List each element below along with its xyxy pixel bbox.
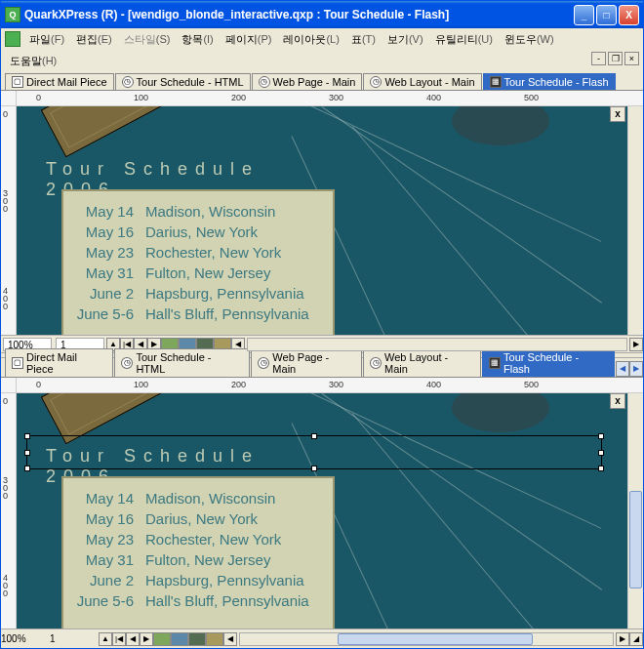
doc-minimize-button[interactable]: - xyxy=(591,52,606,65)
tab-label: Tour Schedule - Flash xyxy=(504,76,609,88)
menu-item[interactable]: 항목(I) xyxy=(177,30,218,49)
schedule-row: May 23Rochester, New York xyxy=(71,244,325,261)
schedule-city: Hapsburg, Pennsylvania xyxy=(145,285,325,302)
ruler-tick: 300 xyxy=(3,476,8,500)
menu-item[interactable]: 표(T) xyxy=(346,30,381,49)
hscroll-right-button[interactable]: ▶ xyxy=(616,632,629,646)
schedule-city: Rochester, New York xyxy=(145,531,325,548)
resize-handle-ne[interactable] xyxy=(598,433,604,439)
menu-item[interactable]: 유틸리티(U) xyxy=(430,30,498,49)
schedule-city: Hall's Bluff, Pennsylvania xyxy=(145,305,325,322)
schedule-row: June 5-6Hall's Bluff, Pennsylvania xyxy=(71,305,325,322)
ruler-tick: 200 xyxy=(231,380,246,389)
schedule-row: May 14Madison, Wisconsin xyxy=(71,203,325,220)
ruler-corner xyxy=(1,378,17,392)
schedule-date: May 16 xyxy=(71,510,145,527)
nav-first-button[interactable]: |◀ xyxy=(112,632,126,646)
schedule-city: Fulton, New Jersey xyxy=(145,264,325,281)
horizontal-ruler: 0100200300400500 xyxy=(17,91,643,105)
menu-item[interactable]: 레이아웃(L) xyxy=(278,30,343,49)
horizontal-scrollbar[interactable] xyxy=(239,632,614,646)
zoom-field[interactable]: 100% xyxy=(1,633,50,644)
page-field[interactable]: 1 xyxy=(50,633,99,644)
ruler-tick: 0 xyxy=(3,110,8,118)
schedule-date: May 14 xyxy=(71,490,145,507)
app-menu-icon[interactable] xyxy=(5,31,20,47)
schedule-city: Hapsburg, Pennsylvania xyxy=(145,572,325,588)
schedule-date: June 2 xyxy=(71,285,145,302)
export-preview-icon[interactable] xyxy=(188,632,206,646)
close-button[interactable]: X xyxy=(619,5,639,25)
canvas-top[interactable]: Tour Schedule 2006 May 14Madison, Wiscon… xyxy=(17,106,627,335)
pane-close-button[interactable]: x xyxy=(610,106,625,122)
guide-line xyxy=(352,126,573,335)
menu-bar: 파일(F)편집(E)스타일(S)항목(I)페이지(P)레이아웃(L)표(T)보기… xyxy=(1,28,643,50)
schedule-row: June 2Hapsburg, Pennsylvania xyxy=(71,285,325,302)
hscroll-left-button[interactable]: ◀ xyxy=(223,632,237,646)
vertical-scrollbar[interactable] xyxy=(627,106,643,335)
resize-handle-n[interactable] xyxy=(311,433,317,439)
layout-tab[interactable]: ◷Web Layout - Main xyxy=(363,73,481,90)
app-icon: Q xyxy=(5,7,20,22)
menu-help[interactable]: 도움말(H) xyxy=(5,52,61,70)
minimize-button[interactable]: _ xyxy=(574,5,594,25)
maximize-button[interactable]: □ xyxy=(596,5,617,25)
doc-close-button[interactable]: × xyxy=(624,52,639,65)
ruler-tick: 0 xyxy=(36,93,41,102)
page-icon: ▢ xyxy=(12,357,23,369)
schedule-row: May 23Rochester, New York xyxy=(71,531,325,548)
layout-tab[interactable]: ▢Direct Mail Piece xyxy=(5,348,113,377)
schedule-city: Rochester, New York xyxy=(145,244,325,261)
menu-item[interactable]: 스타일(S) xyxy=(119,30,176,49)
resize-grip[interactable]: ◢ xyxy=(629,632,643,646)
scrollbar-thumb[interactable] xyxy=(629,491,642,588)
schedule-city: Fulton, New Jersey xyxy=(145,551,325,568)
ruler-corner xyxy=(1,91,17,105)
menu-item[interactable]: 보기(V) xyxy=(382,30,428,49)
canvas-bottom[interactable]: Tour Schedule 2006 May 14Madison, Wiscon… xyxy=(17,393,627,629)
nav-prev-button[interactable]: ◀ xyxy=(126,632,140,646)
page-up-button[interactable]: ▲ xyxy=(99,632,112,646)
hscroll-right-button[interactable]: ▶ xyxy=(629,338,643,351)
layout-tab[interactable]: ▦Tour Schedule - Flash xyxy=(482,348,615,377)
layout-tab[interactable]: ◷Web Layout - Main xyxy=(363,348,481,377)
schedule-box: May 14Madison, WisconsinMay 16Darius, Ne… xyxy=(61,189,335,335)
layout-tab[interactable]: ◷Tour Schedule - HTML xyxy=(115,73,251,90)
clock-icon: ◷ xyxy=(370,76,382,88)
menu-item[interactable]: 윈도우(W) xyxy=(500,30,559,49)
horizontal-scrollbar[interactable] xyxy=(247,338,627,351)
resize-handle-w[interactable] xyxy=(24,450,30,456)
tab-scroll-right-button[interactable]: ▶ xyxy=(629,361,643,377)
schedule-row: May 31Fulton, New Jersey xyxy=(71,264,325,281)
layout-tab[interactable]: ▢Direct Mail Piece xyxy=(5,73,114,90)
selection-box[interactable] xyxy=(26,435,602,469)
resize-handle-e[interactable] xyxy=(598,450,604,456)
resize-handle-nw[interactable] xyxy=(24,433,30,439)
doc-restore-button[interactable]: ❐ xyxy=(608,52,623,65)
vertical-scrollbar[interactable] xyxy=(627,393,643,629)
menu-item[interactable]: 페이지(P) xyxy=(221,30,277,49)
graphic-knob xyxy=(452,106,549,145)
export-swf-icon[interactable] xyxy=(153,632,171,646)
nav-next-button[interactable]: ▶ xyxy=(140,632,153,646)
layout-tab[interactable]: ◷Web Page - Main xyxy=(251,348,362,377)
tab-label: Tour Schedule - HTML xyxy=(137,76,244,88)
resize-handle-sw[interactable] xyxy=(24,466,30,471)
menu-item[interactable]: 파일(F) xyxy=(24,30,69,49)
layout-tab[interactable]: ◷Tour Schedule - HTML xyxy=(114,348,250,377)
menu-item[interactable]: 편집(E) xyxy=(71,30,117,49)
scrollbar-thumb[interactable] xyxy=(338,633,533,645)
tab-scroll-left-button[interactable]: ◀ xyxy=(616,361,629,377)
film-icon: ▦ xyxy=(489,357,501,369)
clock-icon: ◷ xyxy=(121,357,133,369)
export-settings-icon[interactable] xyxy=(206,632,223,646)
pane-close-button[interactable]: x xyxy=(610,393,625,409)
schedule-date: June 2 xyxy=(71,572,145,588)
schedule-city: Darius, New York xyxy=(145,510,325,527)
export-html-icon[interactable] xyxy=(171,632,188,646)
ruler-tick: 400 xyxy=(426,380,441,389)
layout-tab[interactable]: ◷Web Page - Main xyxy=(252,73,363,90)
layout-tab[interactable]: ▦Tour Schedule - Flash xyxy=(483,73,616,90)
resize-handle-s[interactable] xyxy=(311,466,317,471)
resize-handle-se[interactable] xyxy=(598,466,604,471)
